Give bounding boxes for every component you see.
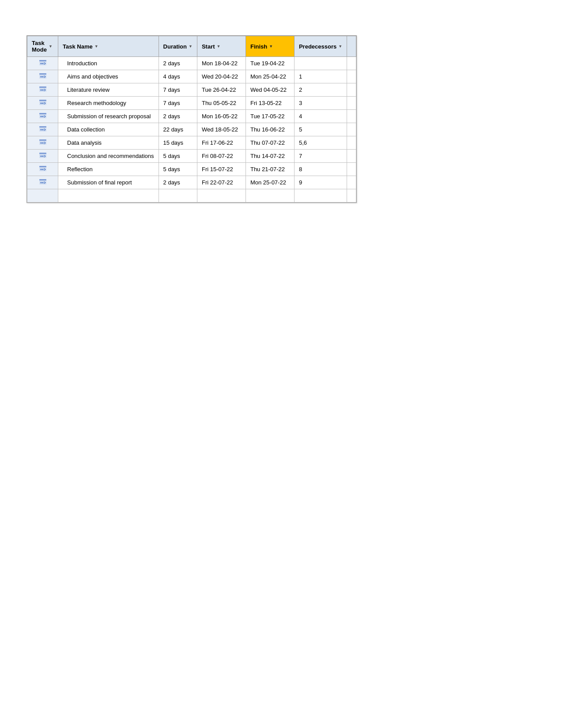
finish-cell[interactable]: Tue 19-04-22 bbox=[246, 57, 294, 70]
finish-cell[interactable]: Wed 04-05-22 bbox=[246, 83, 294, 97]
svg-point-2 bbox=[40, 63, 42, 64]
col-header-task-mode[interactable]: TaskMode ▼ bbox=[27, 36, 58, 57]
duration-cell[interactable]: 22 days bbox=[159, 123, 197, 136]
predecessors-cell[interactable]: 9 bbox=[294, 176, 347, 189]
duration-cell[interactable]: 2 days bbox=[159, 110, 197, 123]
duration-cell[interactable]: 15 days bbox=[159, 136, 197, 150]
task-name-cell[interactable]: Reflection bbox=[58, 163, 159, 176]
table-row: Literature review7 daysTue 26-04-22Wed 0… bbox=[27, 83, 356, 97]
extra-col-cell bbox=[347, 123, 356, 136]
svg-point-39 bbox=[42, 182, 43, 184]
start-cell[interactable]: Tue 26-04-22 bbox=[197, 83, 246, 97]
svg-point-10 bbox=[40, 90, 42, 91]
svg-rect-17 bbox=[39, 113, 46, 114]
svg-point-38 bbox=[40, 182, 42, 184]
finish-cell[interactable]: Fri 13-05-22 bbox=[246, 97, 294, 110]
finish-cell[interactable]: Thu 07-07-22 bbox=[246, 136, 294, 150]
start-cell[interactable]: Fri 22-07-22 bbox=[197, 176, 246, 189]
task-name-cell[interactable]: Conclusion and recommendations bbox=[58, 150, 159, 163]
duration-cell[interactable]: 2 days bbox=[159, 176, 197, 189]
task-name-cell[interactable]: Aims and objectives bbox=[58, 70, 159, 83]
task-mode-cell bbox=[27, 150, 58, 163]
task-mode-cell bbox=[27, 70, 58, 83]
duration-cell[interactable]: 5 days bbox=[159, 163, 197, 176]
col-label-finish: Finish bbox=[250, 43, 267, 50]
task-name-cell[interactable]: Research methodology bbox=[58, 97, 159, 110]
predecessors-cell[interactable]: 7 bbox=[294, 150, 347, 163]
task-mode-cell bbox=[27, 176, 58, 189]
task-name-dropdown-icon[interactable]: ▼ bbox=[94, 44, 98, 49]
col-header-start[interactable]: Start ▼ bbox=[197, 36, 246, 57]
svg-point-18 bbox=[40, 116, 42, 117]
svg-point-19 bbox=[42, 116, 43, 117]
task-mode-icon bbox=[39, 113, 47, 119]
task-name-cell[interactable]: Submission of research proposal bbox=[58, 110, 159, 123]
duration-cell[interactable]: 2 days bbox=[159, 57, 197, 70]
predecessors-cell[interactable]: 5,6 bbox=[294, 136, 347, 150]
svg-point-15 bbox=[42, 103, 43, 104]
predecessors-cell[interactable]: 1 bbox=[294, 70, 347, 83]
extra-col-cell bbox=[347, 163, 356, 176]
predecessors-dropdown-icon[interactable]: ▼ bbox=[338, 44, 342, 49]
start-cell[interactable]: Wed 18-05-22 bbox=[197, 123, 246, 136]
start-cell[interactable]: Wed 20-04-22 bbox=[197, 70, 246, 83]
start-dropdown-icon[interactable]: ▼ bbox=[217, 44, 221, 49]
task-mode-dropdown-icon[interactable]: ▼ bbox=[49, 44, 53, 49]
svg-rect-37 bbox=[39, 179, 46, 180]
start-cell[interactable]: Mon 18-04-22 bbox=[197, 57, 246, 70]
predecessors-cell[interactable]: 3 bbox=[294, 97, 347, 110]
empty-cell bbox=[27, 189, 58, 203]
col-header-predecessors[interactable]: Predecessors ▼ bbox=[294, 36, 347, 57]
start-cell[interactable]: Thu 05-05-22 bbox=[197, 97, 246, 110]
duration-cell[interactable]: 7 days bbox=[159, 83, 197, 97]
col-label-predecessors: Predecessors bbox=[299, 43, 336, 50]
extra-col-cell bbox=[347, 70, 356, 83]
predecessors-cell[interactable] bbox=[294, 57, 347, 70]
extra-col-cell bbox=[347, 110, 356, 123]
finish-cell[interactable]: Tue 17-05-22 bbox=[246, 110, 294, 123]
predecessors-cell[interactable]: 4 bbox=[294, 110, 347, 123]
svg-point-6 bbox=[40, 76, 42, 78]
finish-cell[interactable]: Thu 14-07-22 bbox=[246, 150, 294, 163]
duration-cell[interactable]: 7 days bbox=[159, 97, 197, 110]
table-row: Conclusion and recommendations5 daysFri … bbox=[27, 150, 356, 163]
finish-dropdown-icon[interactable]: ▼ bbox=[269, 44, 273, 49]
table-row: Aims and objectives4 daysWed 20-04-22Mon… bbox=[27, 70, 356, 83]
task-name-cell[interactable]: Introduction bbox=[58, 57, 159, 70]
duration-cell[interactable]: 5 days bbox=[159, 150, 197, 163]
col-header-duration[interactable]: Duration ▼ bbox=[159, 36, 197, 57]
col-header-finish[interactable]: Finish ▼ bbox=[246, 36, 294, 57]
svg-rect-13 bbox=[39, 100, 46, 101]
svg-point-26 bbox=[40, 143, 42, 144]
predecessors-cell[interactable]: 2 bbox=[294, 83, 347, 97]
finish-cell[interactable]: Thu 21-07-22 bbox=[246, 163, 294, 176]
finish-cell[interactable]: Thu 16-06-22 bbox=[246, 123, 294, 136]
start-cell[interactable]: Fri 17-06-22 bbox=[197, 136, 246, 150]
task-mode-cell bbox=[27, 123, 58, 136]
task-mode-icon bbox=[39, 60, 47, 66]
finish-cell[interactable]: Mon 25-07-22 bbox=[246, 176, 294, 189]
task-mode-cell bbox=[27, 97, 58, 110]
duration-dropdown-icon[interactable]: ▼ bbox=[189, 44, 193, 49]
predecessors-cell[interactable]: 5 bbox=[294, 123, 347, 136]
task-name-cell[interactable]: Data analysis bbox=[58, 136, 159, 150]
task-name-cell[interactable]: Submission of final report bbox=[58, 176, 159, 189]
task-name-cell[interactable]: Data collection bbox=[58, 123, 159, 136]
extra-col-cell bbox=[347, 150, 356, 163]
task-mode-cell bbox=[27, 110, 58, 123]
start-cell[interactable]: Fri 08-07-22 bbox=[197, 150, 246, 163]
svg-point-35 bbox=[42, 169, 43, 170]
svg-rect-21 bbox=[39, 126, 46, 128]
task-name-cell[interactable]: Literature review bbox=[58, 83, 159, 97]
table-row: Submission of final report2 daysFri 22-0… bbox=[27, 176, 356, 189]
task-mode-cell bbox=[27, 57, 58, 70]
predecessors-cell[interactable]: 8 bbox=[294, 163, 347, 176]
duration-cell[interactable]: 4 days bbox=[159, 70, 197, 83]
svg-point-34 bbox=[40, 169, 42, 170]
start-cell[interactable]: Mon 16-05-22 bbox=[197, 110, 246, 123]
col-header-task-name[interactable]: Task Name ▼ bbox=[58, 36, 159, 57]
finish-cell[interactable]: Mon 25-04-22 bbox=[246, 70, 294, 83]
start-cell[interactable]: Fri 15-07-22 bbox=[197, 163, 246, 176]
extra-col-cell bbox=[347, 136, 356, 150]
task-mode-icon bbox=[39, 179, 47, 185]
